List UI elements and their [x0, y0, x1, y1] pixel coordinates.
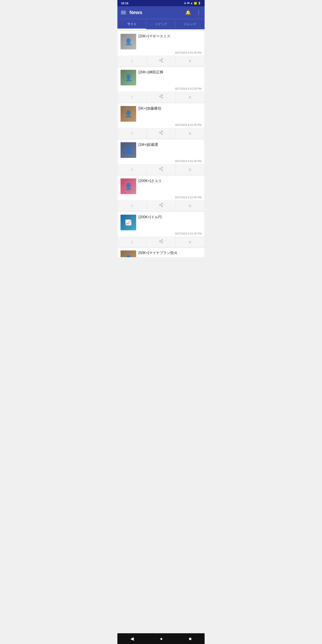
- svg-line-28: [160, 242, 162, 242]
- thumbnail-image-6: 📈: [125, 219, 132, 226]
- news-thumbnail-1: 👤: [120, 34, 136, 50]
- share-button-1[interactable]: [147, 56, 176, 66]
- news-timestamp-3: 9/27/2024 8:15:35 PM: [118, 124, 204, 128]
- share-button-2[interactable]: [147, 92, 176, 102]
- tab-topic[interactable]: トピック: [146, 19, 175, 29]
- svg-point-17: [162, 170, 163, 170]
- news-item-1-main: 👤 [20K+]マギースミス: [118, 31, 204, 51]
- bookmark-button-4[interactable]: ☆: [118, 164, 147, 174]
- svg-line-13: [160, 133, 162, 134]
- svg-point-27: [162, 242, 163, 243]
- expand-icon-4: ∨: [188, 167, 192, 172]
- svg-line-8: [160, 96, 162, 97]
- bookmark-icon-6: ☆: [130, 240, 134, 244]
- more-button[interactable]: ⋮: [196, 9, 202, 16]
- bell-icon: 🔔: [185, 10, 191, 15]
- share-button-3[interactable]: [147, 128, 176, 138]
- svg-point-0: [162, 58, 163, 60]
- news-title-4: [1M+]総裁選: [138, 142, 202, 147]
- back-button[interactable]: ◀: [126, 634, 138, 643]
- tab-site[interactable]: サイト: [118, 19, 146, 29]
- svg-line-3: [160, 60, 162, 61]
- app-bar-left: News: [120, 10, 142, 16]
- svg-point-6: [160, 96, 160, 97]
- app-bar: News 🔔 ⋮: [118, 6, 204, 19]
- app-title: News: [130, 10, 142, 16]
- svg-line-19: [160, 168, 162, 168]
- svg-line-4: [160, 59, 162, 60]
- svg-point-16: [160, 168, 160, 170]
- menu-button[interactable]: [120, 10, 127, 15]
- news-actions-5: ☆ ∨: [118, 200, 204, 211]
- news-item-1[interactable]: 👤 [20K+]マギースミス 9/27/2024 8:15:35 PM ☆ ∨: [118, 31, 204, 66]
- svg-point-12: [162, 133, 163, 134]
- bookmark-icon-5: ☆: [130, 203, 134, 208]
- wifi-icon: ▲: [190, 2, 193, 5]
- news-actions-4: ☆ ∨: [118, 164, 204, 174]
- news-item-4[interactable]: 👤 [1M+]総裁選 9/27/2024 8:15:35 PM ☆ ∨: [118, 140, 204, 174]
- expand-button-6[interactable]: ∨: [176, 237, 204, 247]
- news-title-3: [5K+]加藤勝信: [138, 106, 202, 111]
- bookmark-icon-2: ☆: [130, 94, 134, 100]
- news-thumbnail-2: 👤: [120, 70, 136, 86]
- news-thumbnail-4: 👤: [120, 142, 136, 158]
- svg-point-20: [162, 203, 163, 204]
- news-timestamp-6: 9/27/2024 8:15:35 PM: [118, 232, 204, 236]
- share-button-6[interactable]: [147, 237, 176, 247]
- bell-button[interactable]: 🔔: [184, 9, 192, 16]
- recent-icon: ■: [189, 636, 192, 641]
- tab-trend[interactable]: トレンド: [176, 19, 204, 29]
- news-item-6-main: 📈 [200K+]ドル円: [118, 212, 204, 232]
- expand-button-1[interactable]: ∨: [176, 56, 204, 66]
- bottom-nav: ◀ ● ■: [118, 633, 204, 644]
- news-item-5[interactable]: 👤 [200K+]さユり 9/27/2024 8:15:35 PM ☆ ∨: [118, 176, 204, 211]
- bookmark-icon-3: ☆: [130, 131, 134, 136]
- signal-icon: 📶: [194, 2, 197, 5]
- news-title-partial: [50K+]マイナプラン防火: [138, 250, 202, 255]
- share-icon-4: [159, 166, 163, 172]
- news-item-partial-main: 👤 [50K+]マイナプラン防火: [118, 248, 204, 257]
- bookmark-button-3[interactable]: ☆: [118, 128, 147, 138]
- expand-icon-3: ∨: [188, 131, 192, 136]
- bookmark-icon-4: ☆: [130, 167, 134, 172]
- svg-point-2: [162, 61, 163, 62]
- expand-button-4[interactable]: ∨: [176, 164, 204, 174]
- news-item-2[interactable]: 👤 [20K+]神田正輝 9/27/2024 8:15:35 PM ☆ ∨: [118, 67, 204, 102]
- bookmark-button-6[interactable]: ☆: [118, 237, 147, 247]
- expand-icon-1: ∨: [188, 58, 192, 63]
- bookmark-button-2[interactable]: ☆: [118, 92, 147, 102]
- recent-button[interactable]: ■: [184, 634, 196, 643]
- svg-point-7: [162, 97, 163, 98]
- share-icon-6: [159, 239, 163, 245]
- news-thumbnail-3: 👤: [120, 106, 136, 122]
- svg-point-10: [162, 131, 163, 132]
- news-timestamp-4: 9/27/2024 8:15:35 PM: [118, 160, 204, 164]
- home-button[interactable]: ●: [156, 634, 167, 643]
- svg-point-25: [162, 240, 163, 240]
- home-icon: ●: [160, 636, 162, 641]
- news-item-2-main: 👤 [20K+]神田正輝: [118, 67, 204, 87]
- bookmark-button-1[interactable]: ☆: [118, 56, 147, 66]
- share-button-5[interactable]: [147, 200, 176, 211]
- share-button-4[interactable]: [147, 164, 176, 174]
- news-item-partial[interactable]: 👤 [50K+]マイナプラン防火: [118, 248, 204, 257]
- news-item-6[interactable]: 📈 [200K+]ドル円 9/27/2024 8:15:35 PM ☆ ∨: [118, 212, 204, 247]
- bookmark-button-5[interactable]: ☆: [118, 200, 147, 211]
- expand-button-3[interactable]: ∨: [176, 128, 204, 138]
- share-icon-5: [159, 203, 163, 208]
- tab-bar: サイト トピック トレンド: [118, 19, 204, 29]
- status-bar-icons: ⚠ ✉ ▲ 📶 🔋: [184, 2, 201, 5]
- svg-line-18: [160, 169, 162, 170]
- expand-icon-6: ∨: [188, 240, 192, 244]
- expand-button-5[interactable]: ∨: [176, 200, 204, 211]
- news-title-1: [20K+]マギースミス: [138, 34, 202, 39]
- svg-line-23: [160, 205, 162, 206]
- svg-line-29: [160, 240, 162, 241]
- expand-button-2[interactable]: ∨: [176, 92, 204, 102]
- news-item-3[interactable]: 👤 [5K+]加藤勝信 9/27/2024 8:15:35 PM ☆ ∨: [118, 103, 204, 138]
- svg-point-1: [160, 60, 160, 61]
- share-icon-2: [159, 94, 163, 100]
- thumbnail-image-2: 👤: [124, 74, 132, 82]
- news-item-4-main: 👤 [1M+]総裁選: [118, 140, 204, 160]
- news-actions-6: ☆ ∨: [118, 236, 204, 247]
